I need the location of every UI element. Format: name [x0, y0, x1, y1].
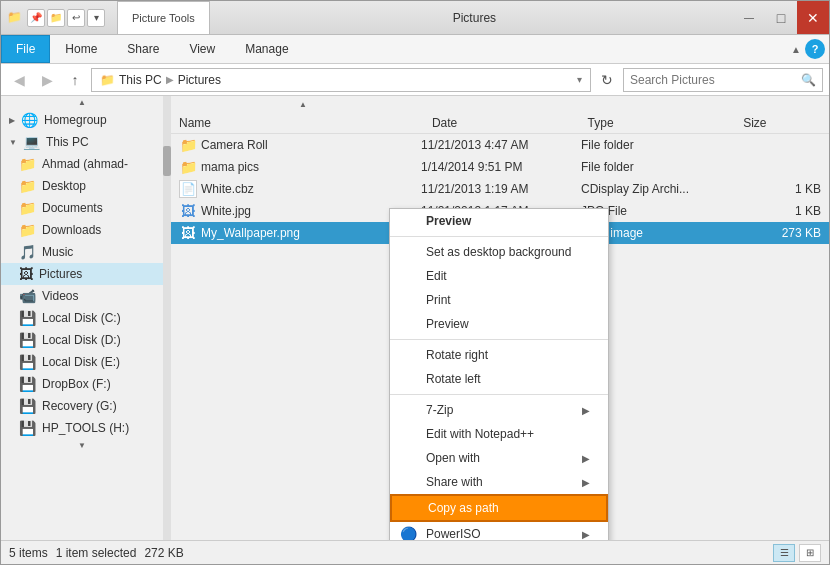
- sidebar-item-label: Homegroup: [44, 113, 155, 127]
- dropdown-arrow-icon[interactable]: ▾: [87, 9, 105, 27]
- sidebar-item-dropbox[interactable]: 💾 DropBox (F:): [1, 373, 163, 395]
- ctx-item-poweriso[interactable]: 🔵 PowerISO ▶: [390, 522, 608, 540]
- sidebar-scroll-up[interactable]: ▲: [78, 98, 86, 107]
- sidebar-item-label: DropBox (F:): [42, 377, 155, 391]
- title-bar: 📁 📌 📁 ↩ ▾ Picture Tools Pictures — □ ✕: [1, 1, 829, 35]
- ahmad-icon: 📁: [19, 156, 36, 172]
- table-row[interactable]: 📁 Camera Roll 11/21/2013 4:47 AM File fo…: [171, 134, 829, 156]
- back-button[interactable]: ◀: [7, 68, 31, 92]
- sidebar-item-recovery[interactable]: 💾 Recovery (G:): [1, 395, 163, 417]
- table-row[interactable]: 📄 White.cbz 11/21/2013 1:19 AM CDisplay …: [171, 178, 829, 200]
- file-size-cell: 1 KB: [741, 182, 821, 196]
- ctx-item-copy-path[interactable]: Copy as path: [390, 494, 608, 522]
- sidebar-item-label: Music: [42, 245, 155, 259]
- view-buttons: ☰ ⊞: [773, 544, 821, 562]
- sidebar-item-downloads[interactable]: 📁 Downloads: [1, 219, 163, 241]
- maximize-button[interactable]: □: [765, 1, 797, 34]
- sidebar-scrollbar-thumb[interactable]: [163, 146, 171, 176]
- ribbon-tabs: File Home Share View Manage ▲ ?: [1, 35, 829, 63]
- up-button[interactable]: ↑: [63, 68, 87, 92]
- sidebar-item-local-d[interactable]: 💾 Local Disk (D:): [1, 329, 163, 351]
- sidebar-item-hp-tools[interactable]: 💾 HP_TOOLS (H:): [1, 417, 163, 439]
- file-size-cell: 273 KB: [741, 226, 821, 240]
- sort-arrow-icon: ▲: [299, 100, 307, 109]
- ctx-item-edit[interactable]: Edit: [390, 264, 608, 288]
- close-button[interactable]: ✕: [797, 1, 829, 34]
- folder-mini-icon[interactable]: 📁: [47, 9, 65, 27]
- sidebar-item-documents[interactable]: 📁 Documents: [1, 197, 163, 219]
- ctx-divider-3: [390, 394, 608, 395]
- png-icon: 🖼: [179, 224, 197, 242]
- large-icons-view-button[interactable]: ⊞: [799, 544, 821, 562]
- sidebar-item-homegroup[interactable]: ▶ 🌐 Homegroup: [1, 109, 163, 131]
- path-dropdown-icon[interactable]: ▾: [577, 74, 582, 85]
- col-header-type[interactable]: Type: [588, 116, 744, 130]
- sidebar-item-local-c[interactable]: 💾 Local Disk (C:): [1, 307, 163, 329]
- address-bar: ◀ ▶ ↑ 📁 This PC ▶ Pictures ▾ ↻ 🔍: [1, 64, 829, 96]
- ctx-item-open-with[interactable]: Open with ▶: [390, 446, 608, 470]
- ctx-item-rotate-right[interactable]: Rotate right: [390, 343, 608, 367]
- ctx-item-preview[interactable]: Preview: [390, 209, 608, 233]
- ribbon: File Home Share View Manage ▲ ?: [1, 35, 829, 64]
- undo-icon[interactable]: ↩: [67, 9, 85, 27]
- context-menu: Preview Set as desktop background Edit P…: [389, 208, 609, 540]
- folder-icon-inline: 📁: [100, 73, 115, 87]
- search-input[interactable]: [630, 73, 797, 87]
- tab-manage[interactable]: Manage: [230, 35, 303, 63]
- address-path[interactable]: 📁 This PC ▶ Pictures ▾: [91, 68, 591, 92]
- sidebar-item-local-e[interactable]: 💾 Local Disk (E:): [1, 351, 163, 373]
- sidebar-item-thispc[interactable]: ▼ 💻 This PC: [1, 131, 163, 153]
- ctx-item-desktop-bg[interactable]: Set as desktop background: [390, 240, 608, 264]
- sidebar-item-label: This PC: [46, 135, 155, 149]
- sidebar-scrollbar[interactable]: [163, 96, 171, 540]
- pin-icon[interactable]: 📌: [27, 9, 45, 27]
- file-name-cell: 🖼 My_Wallpaper.png: [179, 224, 421, 242]
- sidebar-scroll-down[interactable]: ▼: [78, 441, 86, 450]
- refresh-button[interactable]: ↻: [595, 68, 619, 92]
- ctx-item-preview2[interactable]: Preview: [390, 312, 608, 336]
- col-header-name[interactable]: Name: [179, 116, 432, 130]
- thispc-arrow-icon: ▼: [9, 138, 17, 147]
- tab-view[interactable]: View: [174, 35, 230, 63]
- col-header-size[interactable]: Size: [743, 116, 821, 130]
- file-size-cell: 1 KB: [741, 204, 821, 218]
- homegroup-arrow-icon: ▶: [9, 116, 15, 125]
- sidebar-item-ahmad[interactable]: 📁 Ahmad (ahmad-: [1, 153, 163, 175]
- quick-access: 📌 📁 ↩ ▾: [27, 9, 105, 27]
- file-date-cell: 1/14/2014 9:51 PM: [421, 160, 581, 174]
- sidebar-wrapper: ▲ ▶ 🌐 Homegroup ▼ 💻 This PC 📁 Ahmad: [1, 96, 171, 540]
- file-type-cell: CDisplay Zip Archi...: [581, 182, 741, 196]
- file-name-cell: 🖼 White.jpg: [179, 202, 421, 220]
- minimize-button[interactable]: —: [733, 1, 765, 34]
- forward-button[interactable]: ▶: [35, 68, 59, 92]
- window-title: Pictures: [216, 1, 733, 34]
- selected-count: 1 item selected: [56, 546, 137, 560]
- table-row[interactable]: 📁 mama pics 1/14/2014 9:51 PM File folde…: [171, 156, 829, 178]
- main-content: ▲ ▶ 🌐 Homegroup ▼ 💻 This PC 📁 Ahmad: [1, 96, 829, 540]
- ctx-item-notepad[interactable]: Edit with Notepad++: [390, 422, 608, 446]
- ctx-item-rotate-left[interactable]: Rotate left: [390, 367, 608, 391]
- sidebar-item-label: Local Disk (E:): [42, 355, 155, 369]
- ctx-item-share-with[interactable]: Share with ▶: [390, 470, 608, 494]
- sidebar-item-videos[interactable]: 📹 Videos: [1, 285, 163, 307]
- tab-share[interactable]: Share: [112, 35, 174, 63]
- sidebar-item-music[interactable]: 🎵 Music: [1, 241, 163, 263]
- picture-tools-tab[interactable]: Picture Tools: [117, 1, 210, 34]
- help-button[interactable]: ?: [805, 39, 825, 59]
- col-header-date[interactable]: Date: [432, 116, 588, 130]
- tab-file[interactable]: File: [1, 35, 50, 63]
- documents-icon: 📁: [19, 200, 36, 216]
- sidebar-item-label: Recovery (G:): [42, 399, 155, 413]
- sidebar-item-desktop[interactable]: 📁 Desktop: [1, 175, 163, 197]
- ctx-item-print[interactable]: Print: [390, 288, 608, 312]
- details-view-button[interactable]: ☰: [773, 544, 795, 562]
- sidebar-item-label: Videos: [42, 289, 155, 303]
- file-type-cell: File folder: [581, 138, 741, 152]
- sidebar-item-pictures[interactable]: 🖼 Pictures: [1, 263, 163, 285]
- ribbon-collapse-icon[interactable]: ▲: [791, 44, 801, 55]
- local-d-icon: 💾: [19, 332, 36, 348]
- ctx-item-7zip[interactable]: 7-Zip ▶: [390, 398, 608, 422]
- file-date-cell: 11/21/2013 1:19 AM: [421, 182, 581, 196]
- tab-home[interactable]: Home: [50, 35, 112, 63]
- item-count: 5 items: [9, 546, 48, 560]
